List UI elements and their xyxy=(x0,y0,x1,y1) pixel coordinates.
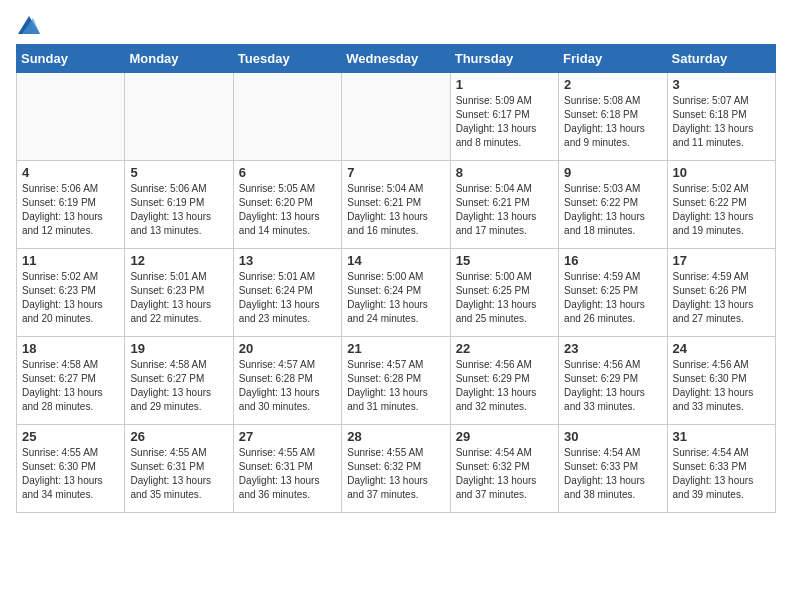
day-cell: 7Sunrise: 5:04 AM Sunset: 6:21 PM Daylig… xyxy=(342,161,450,249)
week-row-1: 1Sunrise: 5:09 AM Sunset: 6:17 PM Daylig… xyxy=(17,73,776,161)
day-number: 7 xyxy=(347,165,444,180)
day-cell: 20Sunrise: 4:57 AM Sunset: 6:28 PM Dayli… xyxy=(233,337,341,425)
day-info: Sunrise: 5:02 AM Sunset: 6:23 PM Dayligh… xyxy=(22,270,119,326)
day-cell: 17Sunrise: 4:59 AM Sunset: 6:26 PM Dayli… xyxy=(667,249,775,337)
day-cell: 19Sunrise: 4:58 AM Sunset: 6:27 PM Dayli… xyxy=(125,337,233,425)
day-cell: 18Sunrise: 4:58 AM Sunset: 6:27 PM Dayli… xyxy=(17,337,125,425)
calendar-body: 1Sunrise: 5:09 AM Sunset: 6:17 PM Daylig… xyxy=(17,73,776,513)
day-info: Sunrise: 5:00 AM Sunset: 6:24 PM Dayligh… xyxy=(347,270,444,326)
day-number: 2 xyxy=(564,77,661,92)
day-number: 6 xyxy=(239,165,336,180)
day-cell: 31Sunrise: 4:54 AM Sunset: 6:33 PM Dayli… xyxy=(667,425,775,513)
day-info: Sunrise: 5:06 AM Sunset: 6:19 PM Dayligh… xyxy=(22,182,119,238)
week-row-2: 4Sunrise: 5:06 AM Sunset: 6:19 PM Daylig… xyxy=(17,161,776,249)
day-number: 3 xyxy=(673,77,770,92)
day-info: Sunrise: 4:59 AM Sunset: 6:26 PM Dayligh… xyxy=(673,270,770,326)
day-info: Sunrise: 4:54 AM Sunset: 6:33 PM Dayligh… xyxy=(564,446,661,502)
col-header-thursday: Thursday xyxy=(450,45,558,73)
day-number: 20 xyxy=(239,341,336,356)
day-info: Sunrise: 5:08 AM Sunset: 6:18 PM Dayligh… xyxy=(564,94,661,150)
day-info: Sunrise: 4:55 AM Sunset: 6:32 PM Dayligh… xyxy=(347,446,444,502)
col-header-friday: Friday xyxy=(559,45,667,73)
day-info: Sunrise: 5:04 AM Sunset: 6:21 PM Dayligh… xyxy=(347,182,444,238)
day-number: 22 xyxy=(456,341,553,356)
day-cell: 25Sunrise: 4:55 AM Sunset: 6:30 PM Dayli… xyxy=(17,425,125,513)
day-number: 4 xyxy=(22,165,119,180)
day-info: Sunrise: 4:55 AM Sunset: 6:30 PM Dayligh… xyxy=(22,446,119,502)
day-number: 9 xyxy=(564,165,661,180)
day-cell: 24Sunrise: 4:56 AM Sunset: 6:30 PM Dayli… xyxy=(667,337,775,425)
day-cell: 6Sunrise: 5:05 AM Sunset: 6:20 PM Daylig… xyxy=(233,161,341,249)
day-cell: 4Sunrise: 5:06 AM Sunset: 6:19 PM Daylig… xyxy=(17,161,125,249)
page-header xyxy=(16,16,776,34)
calendar-header: SundayMondayTuesdayWednesdayThursdayFrid… xyxy=(17,45,776,73)
week-row-4: 18Sunrise: 4:58 AM Sunset: 6:27 PM Dayli… xyxy=(17,337,776,425)
col-header-wednesday: Wednesday xyxy=(342,45,450,73)
day-info: Sunrise: 4:57 AM Sunset: 6:28 PM Dayligh… xyxy=(239,358,336,414)
day-cell: 15Sunrise: 5:00 AM Sunset: 6:25 PM Dayli… xyxy=(450,249,558,337)
day-info: Sunrise: 4:58 AM Sunset: 6:27 PM Dayligh… xyxy=(22,358,119,414)
day-cell xyxy=(233,73,341,161)
day-info: Sunrise: 4:54 AM Sunset: 6:32 PM Dayligh… xyxy=(456,446,553,502)
day-info: Sunrise: 5:01 AM Sunset: 6:23 PM Dayligh… xyxy=(130,270,227,326)
day-number: 12 xyxy=(130,253,227,268)
day-number: 14 xyxy=(347,253,444,268)
day-info: Sunrise: 5:05 AM Sunset: 6:20 PM Dayligh… xyxy=(239,182,336,238)
day-info: Sunrise: 4:57 AM Sunset: 6:28 PM Dayligh… xyxy=(347,358,444,414)
day-number: 21 xyxy=(347,341,444,356)
day-number: 16 xyxy=(564,253,661,268)
day-number: 10 xyxy=(673,165,770,180)
day-cell: 22Sunrise: 4:56 AM Sunset: 6:29 PM Dayli… xyxy=(450,337,558,425)
day-number: 27 xyxy=(239,429,336,444)
col-header-sunday: Sunday xyxy=(17,45,125,73)
day-info: Sunrise: 5:02 AM Sunset: 6:22 PM Dayligh… xyxy=(673,182,770,238)
day-cell: 3Sunrise: 5:07 AM Sunset: 6:18 PM Daylig… xyxy=(667,73,775,161)
day-cell: 23Sunrise: 4:56 AM Sunset: 6:29 PM Dayli… xyxy=(559,337,667,425)
day-number: 18 xyxy=(22,341,119,356)
day-info: Sunrise: 5:03 AM Sunset: 6:22 PM Dayligh… xyxy=(564,182,661,238)
day-number: 24 xyxy=(673,341,770,356)
day-cell: 1Sunrise: 5:09 AM Sunset: 6:17 PM Daylig… xyxy=(450,73,558,161)
day-info: Sunrise: 5:06 AM Sunset: 6:19 PM Dayligh… xyxy=(130,182,227,238)
day-number: 29 xyxy=(456,429,553,444)
day-info: Sunrise: 4:56 AM Sunset: 6:29 PM Dayligh… xyxy=(564,358,661,414)
day-number: 19 xyxy=(130,341,227,356)
logo xyxy=(16,16,42,34)
day-info: Sunrise: 4:59 AM Sunset: 6:25 PM Dayligh… xyxy=(564,270,661,326)
day-cell: 29Sunrise: 4:54 AM Sunset: 6:32 PM Dayli… xyxy=(450,425,558,513)
day-info: Sunrise: 5:04 AM Sunset: 6:21 PM Dayligh… xyxy=(456,182,553,238)
day-number: 1 xyxy=(456,77,553,92)
col-header-saturday: Saturday xyxy=(667,45,775,73)
day-number: 30 xyxy=(564,429,661,444)
day-cell: 27Sunrise: 4:55 AM Sunset: 6:31 PM Dayli… xyxy=(233,425,341,513)
calendar-table: SundayMondayTuesdayWednesdayThursdayFrid… xyxy=(16,44,776,513)
day-cell: 30Sunrise: 4:54 AM Sunset: 6:33 PM Dayli… xyxy=(559,425,667,513)
day-number: 8 xyxy=(456,165,553,180)
day-cell: 10Sunrise: 5:02 AM Sunset: 6:22 PM Dayli… xyxy=(667,161,775,249)
col-header-monday: Monday xyxy=(125,45,233,73)
day-info: Sunrise: 5:07 AM Sunset: 6:18 PM Dayligh… xyxy=(673,94,770,150)
day-cell: 8Sunrise: 5:04 AM Sunset: 6:21 PM Daylig… xyxy=(450,161,558,249)
day-info: Sunrise: 4:54 AM Sunset: 6:33 PM Dayligh… xyxy=(673,446,770,502)
day-cell: 13Sunrise: 5:01 AM Sunset: 6:24 PM Dayli… xyxy=(233,249,341,337)
day-info: Sunrise: 4:55 AM Sunset: 6:31 PM Dayligh… xyxy=(130,446,227,502)
day-cell xyxy=(125,73,233,161)
day-info: Sunrise: 4:55 AM Sunset: 6:31 PM Dayligh… xyxy=(239,446,336,502)
day-info: Sunrise: 5:00 AM Sunset: 6:25 PM Dayligh… xyxy=(456,270,553,326)
day-number: 28 xyxy=(347,429,444,444)
day-cell: 2Sunrise: 5:08 AM Sunset: 6:18 PM Daylig… xyxy=(559,73,667,161)
day-number: 13 xyxy=(239,253,336,268)
day-cell: 26Sunrise: 4:55 AM Sunset: 6:31 PM Dayli… xyxy=(125,425,233,513)
day-info: Sunrise: 4:56 AM Sunset: 6:30 PM Dayligh… xyxy=(673,358,770,414)
day-info: Sunrise: 4:56 AM Sunset: 6:29 PM Dayligh… xyxy=(456,358,553,414)
logo-icon xyxy=(18,16,40,34)
day-cell: 16Sunrise: 4:59 AM Sunset: 6:25 PM Dayli… xyxy=(559,249,667,337)
day-info: Sunrise: 5:01 AM Sunset: 6:24 PM Dayligh… xyxy=(239,270,336,326)
day-number: 23 xyxy=(564,341,661,356)
day-cell: 21Sunrise: 4:57 AM Sunset: 6:28 PM Dayli… xyxy=(342,337,450,425)
day-cell xyxy=(17,73,125,161)
header-row: SundayMondayTuesdayWednesdayThursdayFrid… xyxy=(17,45,776,73)
day-number: 25 xyxy=(22,429,119,444)
day-number: 26 xyxy=(130,429,227,444)
day-number: 31 xyxy=(673,429,770,444)
